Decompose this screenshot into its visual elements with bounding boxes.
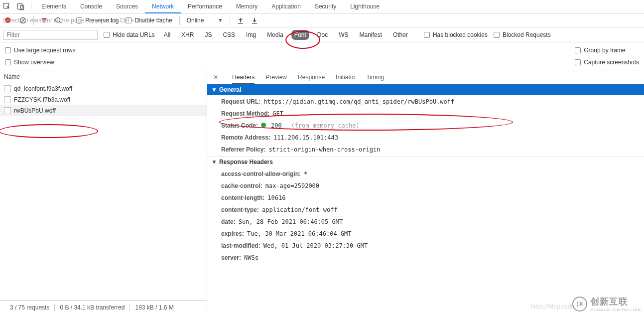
file-icon (4, 107, 11, 114)
separator (179, 16, 180, 25)
server-value: NWSs (244, 254, 258, 261)
filter-font[interactable]: Font (291, 30, 309, 40)
tab-response[interactable]: Response (298, 70, 325, 84)
acao-key: access-control-allow-origin: (221, 170, 301, 177)
show-overview-checkbox[interactable]: Show overview (5, 59, 75, 66)
expires-value: Tue, 30 Mar 2021 06:46:04 GMT (247, 230, 352, 237)
watermark-zh: 创新互联 (590, 296, 641, 308)
download-har-icon[interactable] (251, 17, 258, 24)
show-overview-label: Show overview (14, 59, 54, 66)
throttling-value: Online (187, 17, 204, 24)
hide-data-urls-checkbox[interactable]: Hide data URLs (104, 31, 155, 38)
date-key: date: (221, 218, 236, 225)
tab-elements[interactable]: Elements (34, 0, 73, 13)
filter-types: All XHR JS CSS Img Media Font Doc WS Man… (161, 30, 411, 40)
content-type-value: application/font-woff (262, 206, 338, 213)
separator (230, 16, 230, 25)
request-method-value: GET (272, 110, 283, 117)
filter-img[interactable]: Img (243, 30, 259, 40)
content-type-key: content-type: (221, 206, 259, 213)
blog-watermark: https://blog.csdn (531, 303, 574, 310)
filter-input[interactable] (3, 30, 98, 40)
filter-js[interactable]: JS (202, 30, 215, 40)
remote-address-key: Remote Address: (221, 134, 270, 141)
acao-value: * (304, 170, 307, 177)
tab-console[interactable]: Console (73, 0, 109, 13)
watermark-en: CHUANG XIN HU LIAN (590, 308, 641, 312)
tab-preview[interactable]: Preview (265, 70, 287, 84)
last-modified-key: last-modified: (221, 242, 260, 249)
tab-lighthouse[interactable]: Lighthouse (343, 0, 386, 13)
request-row[interactable]: FZZCYSK.f7b3a.woff (0, 94, 207, 105)
cache-control-value: max-age=2592000 (265, 182, 319, 189)
tab-timing[interactable]: Timing (366, 70, 384, 84)
upload-har-icon[interactable] (237, 17, 244, 24)
server-key: server: (221, 254, 241, 261)
content-length-value: 10616 (267, 194, 285, 201)
filter-ws[interactable]: WS (336, 30, 351, 40)
detail-tabs: ✕ Headers Preview Response Initiator Tim… (207, 70, 644, 84)
section-response-headers[interactable]: ▼Response Headers (207, 156, 644, 167)
hide-data-urls-label: Hide data URLs (113, 31, 155, 38)
status-requests: 3 / 75 requests (5, 304, 54, 311)
tab-sources[interactable]: Sources (109, 0, 145, 13)
file-icon (4, 85, 11, 92)
inspect-icon[interactable] (0, 2, 14, 10)
status-resources: 193 kB / 1.6 M (129, 304, 178, 311)
devtools-top-tabs: Elements Console Sources Network Perform… (0, 0, 644, 13)
tab-performance[interactable]: Performance (181, 0, 229, 13)
watermark-logo-icon: ⟨X (572, 297, 587, 312)
separator (31, 2, 31, 11)
general-block: Request URL:https://qidian.gtimg.com/qd_… (207, 95, 644, 156)
filter-css[interactable]: CSS (220, 30, 238, 40)
triangle-down-icon: ▼ (211, 86, 217, 93)
blocked-requests-label: Blocked Requests (503, 31, 551, 38)
status-code-key: Status Code: (221, 122, 258, 129)
filter-other[interactable]: Other (390, 30, 411, 40)
close-details-icon[interactable]: ✕ (210, 74, 221, 81)
large-rows-label: Use large request rows (14, 47, 75, 54)
file-icon (4, 96, 11, 103)
request-row[interactable]: rwBUsPbU.woff (0, 105, 207, 116)
filter-manifest[interactable]: Manifest (357, 30, 385, 40)
network-filter-bar: Hide data URLs All XHR JS CSS Img Media … (0, 27, 644, 42)
tab-memory[interactable]: Memory (229, 0, 264, 13)
section-general[interactable]: ▼General (207, 84, 644, 95)
response-headers-block: access-control-allow-origin:* cache-cont… (207, 167, 644, 264)
tab-headers[interactable]: Headers (232, 70, 255, 84)
large-rows-checkbox[interactable]: Use large request rows (5, 47, 75, 54)
tab-application[interactable]: Application (264, 0, 308, 13)
has-blocked-cookies-label: Has blocked cookies (433, 31, 488, 38)
site-watermark: ⟨X 创新互联 CHUANG XIN HU LIAN (572, 296, 641, 312)
svg-rect-1 (18, 4, 22, 9)
section-response-label: Response Headers (219, 158, 273, 165)
request-row[interactable]: qd_iconfont.f9a3f.woff (0, 83, 207, 94)
status-code-value: 200 (271, 122, 282, 129)
group-by-frame-checkbox[interactable]: Group by frame (575, 47, 639, 54)
expires-key: expires: (221, 230, 244, 237)
cache-control-key: cache-control: (221, 182, 262, 189)
network-options: Use large request rows Show overview Gro… (0, 42, 644, 70)
tab-network[interactable]: Network (145, 0, 181, 13)
network-status-bar: 3 / 75 requests 0 B / 34.1 kB transferre… (0, 300, 207, 314)
date-value: Sun, 28 Feb 2021 06:46:05 GMT (239, 218, 343, 225)
capture-screenshots-checkbox[interactable]: Capture screenshots (575, 59, 639, 66)
tab-initiator[interactable]: Initiator (336, 70, 355, 84)
device-toggle-icon[interactable] (14, 2, 28, 10)
tab-security[interactable]: Security (308, 0, 343, 13)
request-details: ✕ Headers Preview Response Initiator Tim… (207, 70, 644, 300)
throttling-select[interactable]: Online▼ (187, 17, 223, 24)
filter-xhr[interactable]: XHR (178, 30, 197, 40)
column-header-name[interactable]: Name (0, 70, 207, 83)
svg-rect-8 (252, 23, 257, 24)
filter-doc[interactable]: Doc (314, 30, 331, 40)
has-blocked-cookies-checkbox[interactable]: Has blocked cookies (424, 31, 488, 38)
content-length-key: content-length: (221, 194, 264, 201)
filter-all[interactable]: All (161, 30, 173, 40)
request-name: rwBUsPbU.woff (14, 107, 56, 114)
triangle-down-icon: ▼ (211, 158, 217, 165)
svg-rect-7 (238, 23, 243, 24)
filter-media[interactable]: Media (264, 30, 286, 40)
remote-address-value: 111.206.15.101:443 (273, 134, 338, 141)
blocked-requests-checkbox[interactable]: Blocked Requests (494, 31, 551, 38)
